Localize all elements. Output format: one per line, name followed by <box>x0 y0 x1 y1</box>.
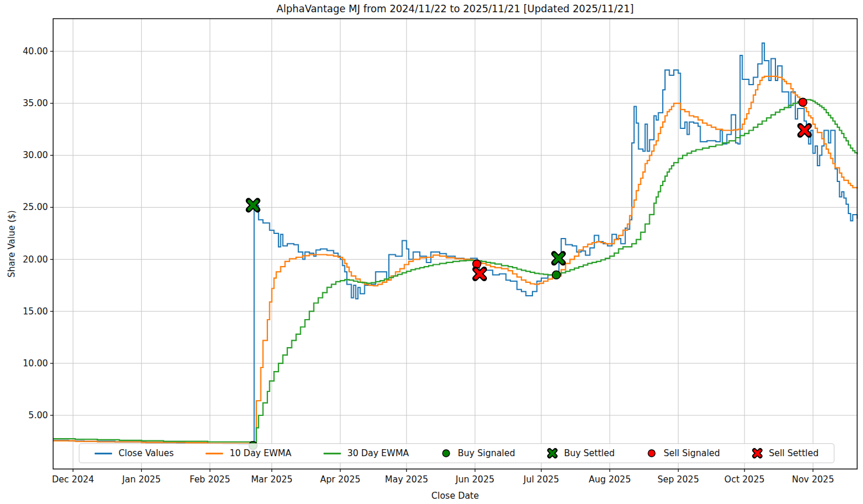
legend-item-buy-signaled: Buy Signaled <box>441 448 515 459</box>
x-tick-label: Jun 2025 <box>455 474 494 485</box>
legend-item-sell-signaled: Sell Signaled <box>646 448 720 459</box>
series-10-day-ewma <box>53 76 857 443</box>
y-tick-label: 15.00 <box>23 306 48 317</box>
y-tick-label: 40.00 <box>23 46 48 57</box>
y-tick-label: 10.00 <box>23 358 48 369</box>
chart-figure: Dec 2024Jan 2025Feb 2025Mar 2025Apr 2025… <box>0 0 863 504</box>
legend-item-label: 10 Day EWMA <box>229 448 291 459</box>
legend-item-label: Close Values <box>119 448 174 459</box>
legend-item-buy-settled: Buy Settled <box>547 448 615 459</box>
x-tick-label: Dec 2024 <box>52 474 94 485</box>
x-tick-label: Oct 2025 <box>725 474 765 485</box>
legend-item-30-day-ewma: 30 Day EWMA <box>323 448 409 459</box>
x-tick-label: Mar 2025 <box>251 474 293 485</box>
sell-signaled-marker <box>799 98 807 106</box>
y-tick-label: 5.00 <box>29 410 48 421</box>
x-tick-label: Jul 2025 <box>523 474 559 485</box>
sell-settled-marker <box>800 126 809 135</box>
grid-lines <box>53 19 857 469</box>
buy-settled-marker <box>249 201 258 210</box>
legend-item-label: Sell Settled <box>769 448 819 459</box>
sell-settled-marker-icon <box>752 448 763 459</box>
sell-settled-marker <box>475 270 485 279</box>
10-day-ewma-line-swatch-icon <box>206 453 223 454</box>
signal-markers <box>249 98 809 449</box>
y-tick-label: 30.00 <box>23 150 48 160</box>
y-tick-label: 25.00 <box>23 202 48 212</box>
legend-item-label: Sell Signaled <box>663 448 720 459</box>
y-tick-label: 35.00 <box>23 98 48 108</box>
buy-settled-marker-icon <box>547 448 558 459</box>
buy-signaled-marker <box>552 271 561 279</box>
plot-border <box>53 19 857 469</box>
30-day-ewma-line-swatch-icon <box>323 453 341 454</box>
plot-canvas: Dec 2024Jan 2025Feb 2025Mar 2025Apr 2025… <box>0 0 863 504</box>
axis-ticks <box>50 51 813 472</box>
x-tick-label: Apr 2025 <box>320 474 360 485</box>
x-tick-label: May 2025 <box>385 474 428 485</box>
sell-signaled-marker-icon <box>646 448 657 459</box>
close-values-line-swatch-icon <box>95 453 112 454</box>
x-tick-label: Sep 2025 <box>657 474 699 485</box>
legend-item-10-day-ewma: 10 Day EWMA <box>206 448 291 459</box>
legend-item-sell-settled: Sell Settled <box>752 448 819 459</box>
x-axis-label: Close Date <box>53 491 857 501</box>
legend-item-close-values: Close Values <box>95 448 174 459</box>
legend-item-label: Buy Signaled <box>458 448 515 459</box>
x-tick-label: Jan 2025 <box>121 474 161 485</box>
chart-title: AlphaVantage MJ from 2024/11/22 to 2025/… <box>53 3 857 15</box>
buy-settled-marker <box>554 254 563 263</box>
x-tick-label: Nov 2025 <box>792 474 834 485</box>
legend-item-label: Buy Settled <box>564 448 615 459</box>
x-tick-label: Aug 2025 <box>589 474 631 485</box>
legend: Close Values10 Day EWMA30 Day EWMABuy Si… <box>79 443 834 463</box>
buy-signaled-marker-icon <box>441 448 451 459</box>
x-tick-label: Feb 2025 <box>190 474 231 485</box>
series-30-day-ewma <box>53 100 857 443</box>
y-axis-label: Share Value ($) <box>6 210 17 277</box>
y-tick-label: 20.00 <box>23 254 48 265</box>
legend-item-label: 30 Day EWMA <box>347 448 409 459</box>
